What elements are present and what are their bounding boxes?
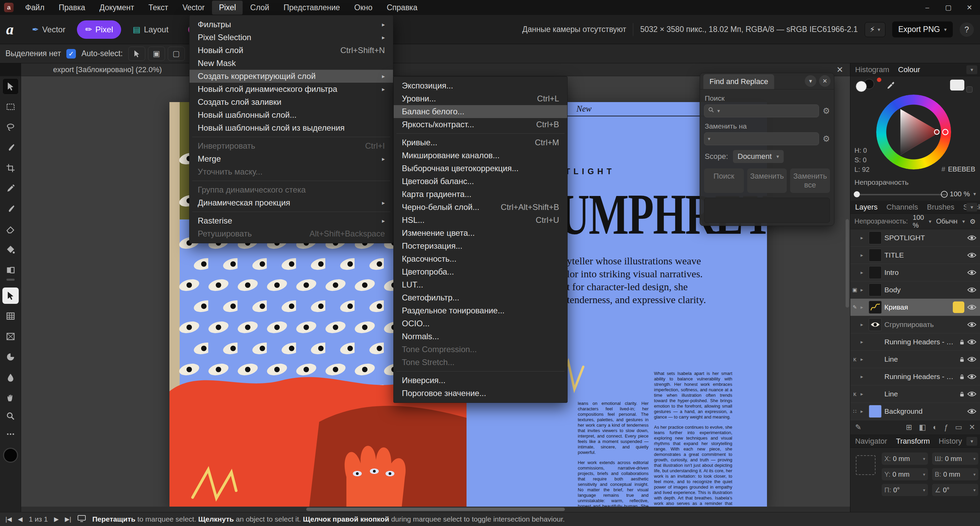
layer-expand-icon[interactable]: ▸ [861, 287, 866, 293]
edit-icon[interactable]: ✎ [855, 423, 861, 432]
menubar-item[interactable]: Окно [347, 1, 379, 14]
layer-expand-icon[interactable]: ▸ [861, 356, 866, 362]
layer-row[interactable]: ▸Running Headers - Left [850, 368, 980, 386]
layer-row[interactable]: ▸Intro [850, 264, 980, 281]
layer-visibility[interactable] [967, 287, 977, 293]
close-button[interactable]: ✕ [959, 0, 980, 15]
eye-icon[interactable] [967, 235, 977, 241]
layer-row[interactable]: ▸SPOTLIGHT [850, 229, 980, 247]
adjustment-submenu-item[interactable]: Постеризация... [394, 240, 567, 253]
previous-page-button[interactable]: ◀ [18, 515, 23, 523]
tab-colour[interactable]: Colour [898, 65, 920, 74]
tab-channels[interactable]: Channels [886, 203, 918, 211]
marquee-tool[interactable] [2, 99, 19, 115]
transform-field[interactable]: В:0 mm▾ [932, 468, 978, 480]
menubar-item[interactable]: Pixel [212, 1, 243, 14]
color-swatch-tool[interactable] [3, 448, 18, 463]
pixel-menu-item[interactable]: Merge▸ [189, 153, 393, 165]
help-button[interactable]: ? [959, 22, 974, 37]
lock-icon[interactable] [959, 374, 964, 380]
layer-color-tag[interactable] [953, 302, 964, 313]
eye-icon[interactable] [967, 373, 977, 380]
pixel-menu-item[interactable]: Новый шаблонный слой... [189, 108, 393, 121]
eye-icon[interactable] [967, 321, 977, 327]
frame-tool[interactable] [2, 328, 19, 345]
adjustment-submenu-item[interactable]: Кривые...Ctrl+M [394, 136, 567, 149]
menubar-item[interactable]: Файл [18, 1, 51, 14]
layer-expand-icon[interactable]: ▸ [861, 269, 866, 276]
replace-input[interactable]: ▾ [704, 132, 819, 145]
layer-visibility[interactable] [967, 408, 977, 415]
tab-histogram[interactable]: Histogram [855, 65, 889, 74]
panel-chevron-icon[interactable]: ▾ [966, 65, 977, 74]
hex-readout[interactable]: # EBEBEB [942, 165, 975, 173]
transform-field[interactable]: П:0°▾ [882, 484, 928, 496]
adjustment-submenu-item[interactable]: Выборочная цветокоррекция... [394, 162, 567, 175]
adjustment-submenu-item[interactable]: Экспозиция... [394, 79, 567, 92]
pixel-menu-item[interactable]: Новый слой динамического фильтра▸ [189, 83, 393, 95]
adjustment-submenu-item[interactable]: Баланс белого... [394, 105, 567, 118]
layer-row[interactable]: ▸Сгруппировать [850, 316, 980, 334]
pixel-menu-item[interactable]: Динамическая проекция▸ [189, 196, 393, 209]
layer-row[interactable]: ∷▸Background [850, 403, 980, 420]
layer-row[interactable]: ✎▸Кривая [850, 299, 980, 316]
layer-visibility[interactable] [967, 356, 977, 362]
transform-field[interactable]: Ш:0 mm▾ [932, 453, 978, 465]
layer-row[interactable]: ▸Running Headers - Right [850, 334, 980, 351]
tab-navigator[interactable]: Navigator [855, 437, 887, 446]
layer-row[interactable]: К▸Line [850, 386, 980, 403]
snapshot-button[interactable]: ⚡▾ [865, 22, 885, 37]
layer-visibility[interactable] [967, 235, 977, 241]
adjustment-submenu-item[interactable]: Микширование каналов... [394, 149, 567, 162]
layer-row[interactable]: К▸Line [850, 351, 980, 368]
menubar-item[interactable]: Слой [243, 1, 276, 14]
gradient-tool[interactable] [2, 262, 19, 278]
pixel-menu-item[interactable]: Создать слой заливки [189, 95, 393, 108]
cursor-mode-button[interactable] [128, 47, 145, 61]
layer-visibility[interactable] [967, 339, 977, 345]
color-triangle[interactable] [876, 95, 951, 169]
horizontal-scrollbar[interactable] [21, 507, 850, 512]
crop-tool[interactable] [2, 160, 19, 176]
pixel-menu-item[interactable]: Фильтры▸ [189, 18, 393, 31]
lock-icon[interactable] [959, 357, 964, 362]
tab-close-icon[interactable]: ✕ [837, 65, 843, 75]
adjustment-submenu-item[interactable]: Цветопроба... [394, 265, 567, 278]
erase-tool[interactable] [2, 221, 19, 237]
export-png-button[interactable]: Export PNG ▾ [892, 21, 953, 37]
lock-icon[interactable] [959, 339, 964, 345]
pixel-menu-item[interactable]: Создать корректирующий слой▸ [189, 70, 393, 83]
layer-select-button[interactable]: ▢ [168, 47, 185, 61]
smudge-tool[interactable] [2, 369, 19, 386]
layer-expand-icon[interactable]: ▸ [861, 373, 866, 380]
panel-chevron-icon[interactable]: ▾ [966, 203, 977, 211]
eye-icon[interactable] [967, 252, 977, 258]
tab-history[interactable]: History [939, 437, 962, 446]
lock-icon[interactable] [959, 391, 964, 397]
current-color-swatch[interactable] [950, 79, 964, 91]
adjustment-submenu-item[interactable]: Светофильтр... [394, 291, 567, 304]
flood-fill-tool[interactable] [2, 242, 19, 258]
layer-expand-icon[interactable]: ▸ [861, 408, 866, 415]
blend-mode-select[interactable]: Обычн [936, 218, 958, 225]
eye-icon[interactable] [967, 304, 977, 310]
eye-icon[interactable] [967, 287, 977, 293]
panel-collapse-button[interactable]: ▾ [805, 75, 816, 87]
eye-icon[interactable] [967, 356, 977, 362]
box-select-button[interactable]: ▣ [148, 47, 165, 61]
zoom-tool[interactable] [2, 408, 19, 424]
adjustment-submenu-item[interactable]: Раздельное тонирование... [394, 304, 567, 317]
adjustment-submenu-item[interactable]: Цветовой баланс... [394, 175, 567, 188]
adjustment-submenu-item[interactable]: Изменение цвета... [394, 227, 567, 240]
transform-field[interactable]: ∠0°▾ [932, 484, 978, 496]
paint-brush-tool[interactable] [2, 201, 19, 217]
secondary-color-swatch[interactable] [966, 86, 972, 92]
auto-select-checkbox[interactable]: ✓ [66, 49, 76, 59]
eye-icon[interactable] [967, 391, 977, 397]
move-tool[interactable] [2, 78, 19, 95]
eye-icon[interactable] [967, 269, 977, 276]
tools-drag-handle[interactable] [6, 279, 14, 281]
table-tool[interactable] [2, 308, 19, 324]
menubar-item[interactable]: Правка [52, 1, 92, 14]
layer-visibility[interactable] [967, 391, 977, 397]
